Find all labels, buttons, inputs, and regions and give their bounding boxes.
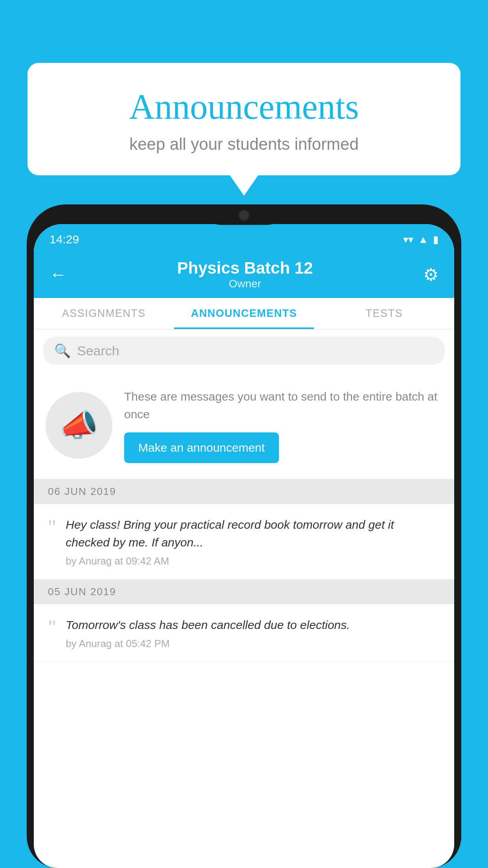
date-text-2: 05 JUN 2019 <box>48 586 116 598</box>
header-center: Physics Batch 12 Owner <box>67 259 423 290</box>
tab-tests[interactable]: TESTS <box>314 298 454 329</box>
phone-notch <box>205 204 283 225</box>
announcement-item-1[interactable]: " Hey class! Bring your practical record… <box>34 504 454 579</box>
announcement-meta-1: by Anurag at 09:42 AM <box>66 555 440 567</box>
announcement-text-block-2: Tomorrow's class has been cancelled due … <box>66 616 440 650</box>
make-announcement-button[interactable]: Make an announcement <box>124 432 279 463</box>
signal-icon: ▲ <box>418 234 428 246</box>
announcement-item-2[interactable]: " Tomorrow's class has been cancelled du… <box>34 604 454 662</box>
search-bar-wrap: 🔍 Search <box>34 329 454 372</box>
announcement-text-1: Hey class! Bring your practical record b… <box>66 516 440 551</box>
battery-icon: ▮ <box>433 234 438 246</box>
phone-camera <box>238 210 250 221</box>
header-title: Physics Batch 12 <box>67 259 423 278</box>
announcement-meta-2: by Anurag at 05:42 PM <box>66 638 440 650</box>
tab-announcements[interactable]: ANNOUNCEMENTS <box>174 298 314 329</box>
search-placeholder: Search <box>77 343 119 359</box>
quote-icon-1: " <box>48 517 56 538</box>
announcement-text-block-1: Hey class! Bring your practical record b… <box>66 516 440 567</box>
settings-button[interactable]: ⚙ <box>423 265 438 285</box>
quote-icon-2: " <box>48 618 56 638</box>
tab-assignments[interactable]: ASSIGNMENTS <box>34 298 174 329</box>
search-icon: 🔍 <box>54 343 71 359</box>
promo-description: These are messages you want to send to t… <box>124 388 442 423</box>
phone-screen: 14:29 ▾▾ ▲ ▮ ← Physics Batch 12 Owner ⚙ … <box>34 224 454 868</box>
date-separator-1: 06 JUN 2019 <box>34 479 454 504</box>
megaphone-icon: 📣 <box>59 407 99 444</box>
header-subtitle: Owner <box>67 278 423 290</box>
promo-icon-circle: 📣 <box>46 392 112 459</box>
status-bar: 14:29 ▾▾ ▲ ▮ <box>34 224 454 251</box>
search-bar[interactable]: 🔍 Search <box>43 337 445 365</box>
back-button[interactable]: ← <box>50 265 67 284</box>
announcements-subtitle: keep all your students informed <box>59 135 429 154</box>
status-time: 14:29 <box>50 233 79 246</box>
date-text-1: 06 JUN 2019 <box>48 485 116 498</box>
speech-bubble-card: Announcements keep all your students inf… <box>28 63 460 175</box>
wifi-icon: ▾▾ <box>403 234 413 246</box>
date-separator-2: 05 JUN 2019 <box>34 579 454 604</box>
announcements-title: Announcements <box>59 86 429 127</box>
tabs-bar: ASSIGNMENTS ANNOUNCEMENTS TESTS <box>34 298 454 329</box>
phone-frame: 14:29 ▾▾ ▲ ▮ ← Physics Batch 12 Owner ⚙ … <box>27 204 461 868</box>
announcement-text-2: Tomorrow's class has been cancelled due … <box>66 616 440 634</box>
status-icons: ▾▾ ▲ ▮ <box>403 234 438 246</box>
content-area: 🔍 Search 📣 These are messages you want t… <box>34 329 454 662</box>
promo-content: These are messages you want to send to t… <box>124 388 442 463</box>
app-header: ← Physics Batch 12 Owner ⚙ <box>34 251 454 298</box>
promo-card: 📣 These are messages you want to send to… <box>34 372 454 479</box>
